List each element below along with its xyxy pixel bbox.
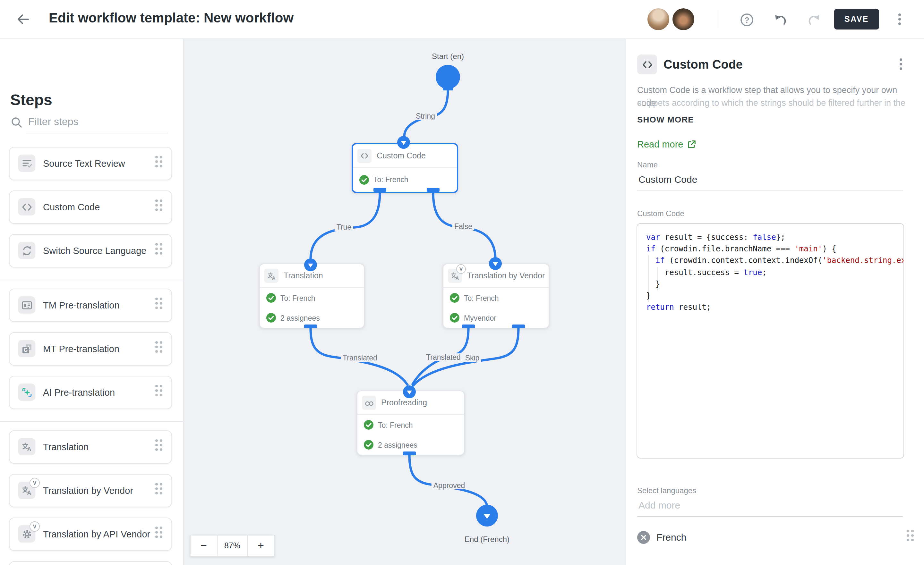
drag-handle[interactable] — [155, 199, 162, 215]
step-card-ai-pre-translation[interactable]: AI Pre-translation — [9, 376, 172, 409]
languages-field-underline — [637, 516, 903, 517]
edge-arrow-marker — [489, 257, 502, 270]
drag-handle[interactable] — [155, 483, 162, 498]
undo-icon — [774, 13, 788, 27]
code-content[interactable]: var result = {success: false}; if (crowd… — [637, 224, 903, 458]
start-node-label: Start (en) — [432, 52, 464, 61]
back-button[interactable] — [15, 12, 31, 27]
node-proofreading[interactable]: Proofreading To: French 2 assignees — [357, 391, 465, 455]
node-output-port[interactable] — [304, 325, 317, 328]
node-row: To: French — [260, 288, 364, 308]
select-languages-label: Select languages — [637, 486, 696, 495]
node-output-port[interactable] — [512, 325, 525, 328]
drag-handle[interactable] — [155, 243, 162, 258]
end-node[interactable] — [476, 505, 498, 526]
edge-arrow-marker — [304, 258, 317, 271]
node-row-text: 2 assignees — [378, 441, 417, 449]
code-line: if (crowdin.context.context.indexOf('bac… — [646, 255, 903, 267]
filter-underline — [26, 133, 168, 133]
edge-label-approved: Approved — [432, 482, 467, 489]
redo-button[interactable] — [807, 13, 821, 27]
step-settings-panel: Custom Code Custom Code is a workflow st… — [626, 39, 924, 565]
edge-arrow-marker — [403, 385, 416, 398]
show-more-button[interactable]: SHOW MORE — [637, 115, 694, 124]
step-label: Custom Code — [43, 191, 100, 223]
drag-handle[interactable] — [907, 530, 914, 545]
start-node[interactable] — [436, 65, 460, 89]
svg-text:G: G — [23, 347, 27, 352]
read-more-link[interactable]: Read more — [637, 139, 696, 150]
node-output-port[interactable] — [427, 188, 440, 192]
edge-arrow-marker — [397, 136, 410, 149]
external-link-icon — [687, 140, 696, 149]
panel-title: Custom Code — [663, 58, 743, 72]
proofreading-icon — [362, 396, 376, 410]
step-label: Crowdsourcing — [43, 562, 105, 565]
switch-source-language-icon — [18, 242, 35, 259]
node-row-text: To: French — [280, 294, 315, 302]
code-line: return result; — [646, 301, 903, 313]
code-editor[interactable]: var result = {success: false}; if (crowd… — [636, 223, 904, 459]
filter-steps-input[interactable] — [27, 115, 170, 128]
undo-button[interactable] — [774, 13, 788, 27]
drag-handle[interactable] — [155, 526, 162, 542]
panel-overflow-menu-button[interactable] — [900, 58, 902, 70]
node-row-text: 2 assignees — [280, 314, 320, 322]
check-icon — [450, 293, 459, 303]
edge-approved — [410, 455, 487, 507]
check-icon — [359, 175, 369, 184]
edge-label-string: String — [414, 112, 437, 120]
drag-handle[interactable] — [155, 439, 162, 455]
add-language-input[interactable] — [637, 499, 905, 511]
search-icon — [11, 117, 22, 128]
redo-icon — [807, 13, 821, 27]
vendor-badge: V — [456, 264, 466, 274]
language-name: French — [656, 532, 686, 543]
step-card-translation-by-api-vendor[interactable]: V Translation by API Vendor — [9, 517, 172, 551]
translation-icon: A — [18, 438, 35, 455]
start-node-port — [443, 86, 453, 90]
node-output-port[interactable] — [403, 451, 416, 455]
header-overflow-menu-button[interactable] — [898, 13, 901, 25]
edge-label-translated: Translated — [424, 354, 463, 361]
vendor-badge: V — [30, 478, 40, 488]
step-card-tm-pre-translation[interactable]: TM Pre-translation — [9, 289, 172, 322]
read-more-label: Read more — [637, 139, 683, 150]
node-translation-by-vendor[interactable]: A V Translation by Vendor To: French Myv… — [443, 264, 549, 328]
workflow-edges — [183, 39, 626, 565]
drag-handle[interactable] — [155, 298, 162, 313]
drag-handle[interactable] — [155, 385, 162, 400]
drag-handle[interactable] — [155, 341, 162, 357]
mt-pre-translation-icon: AG — [18, 340, 35, 357]
name-input[interactable] — [637, 173, 905, 185]
check-icon — [364, 440, 374, 450]
node-custom-code[interactable]: Custom Code To: French — [352, 143, 458, 193]
help-button[interactable]: ? — [740, 13, 754, 27]
step-card-translation-by-vendor[interactable]: A V Translation by Vendor — [9, 474, 172, 507]
check-icon — [266, 293, 276, 303]
custom-code-icon — [637, 54, 657, 74]
avatar[interactable] — [648, 8, 669, 30]
step-card-mt-pre-translation[interactable]: AG MT Pre-translation — [9, 332, 172, 366]
step-card-switch-source-language[interactable]: Switch Source Language — [9, 234, 172, 267]
node-output-port[interactable] — [462, 325, 475, 328]
workflow-canvas[interactable]: Start (en) String True False Translated … — [183, 39, 626, 565]
drag-handle[interactable] — [155, 156, 162, 171]
node-row-text: To: French — [464, 294, 499, 302]
close-icon — [640, 534, 647, 541]
save-button[interactable]: SAVE — [834, 9, 879, 30]
node-translation[interactable]: A Translation To: French 2 assignees — [259, 264, 364, 328]
zoom-in-button[interactable]: + — [247, 535, 274, 557]
step-card-crowdsourcing[interactable]: Crowdsourcing — [9, 561, 172, 565]
step-card-source-text-review[interactable]: Source Text Review — [9, 147, 172, 180]
zoom-out-button[interactable]: − — [190, 535, 218, 557]
avatar[interactable] — [672, 8, 694, 30]
remove-language-button[interactable] — [637, 531, 650, 544]
node-output-port[interactable] — [374, 188, 386, 192]
check-icon — [266, 313, 276, 322]
step-card-custom-code[interactable]: Custom Code — [9, 190, 172, 224]
step-label: Switch Source Language — [43, 235, 146, 267]
step-label: Translation by Vendor — [43, 475, 133, 507]
steps-sidebar: Steps Source Text Review Custom Code — [0, 39, 183, 565]
step-card-translation[interactable]: A Translation — [9, 430, 172, 464]
